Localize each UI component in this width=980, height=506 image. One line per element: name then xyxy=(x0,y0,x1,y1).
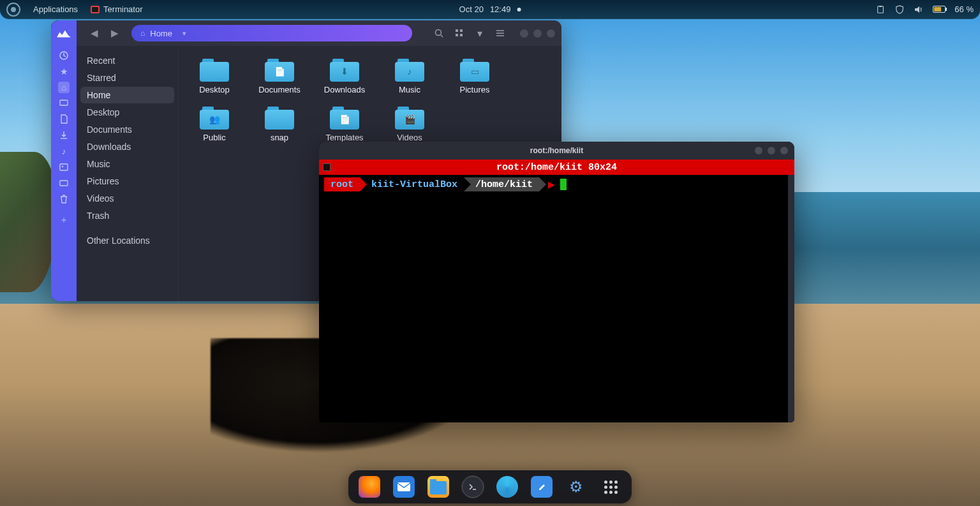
terminal-window: root:/home/kiit root:/home/kiit 80x24 ro… xyxy=(319,142,794,422)
terminal-minimize-button[interactable] xyxy=(755,147,762,154)
terminal-cursor xyxy=(560,179,567,190)
battery-icon[interactable] xyxy=(933,6,946,13)
svg-rect-0 xyxy=(878,6,884,13)
terminal-scrollbar[interactable] xyxy=(788,175,794,422)
clock-time[interactable]: 12:49 xyxy=(490,4,511,14)
minimize-button[interactable] xyxy=(520,29,528,38)
sidebar-item-desktop[interactable]: Desktop xyxy=(80,104,174,121)
folder-icon xyxy=(200,59,229,82)
recent-icon[interactable] xyxy=(58,50,70,61)
folder-item[interactable]: ♪Music xyxy=(379,56,440,98)
sidebar-item-starred[interactable]: Starred xyxy=(80,70,174,86)
forward-button[interactable]: ▶ xyxy=(106,24,124,42)
dock-item-files[interactable] xyxy=(427,476,449,498)
close-button[interactable] xyxy=(547,29,555,38)
svg-rect-1 xyxy=(879,5,882,6)
folder-icon: ♪ xyxy=(395,59,424,82)
dock-item-mail[interactable] xyxy=(393,476,415,498)
prompt-host: kiit-VirtualBox xyxy=(360,177,464,191)
folder-item[interactable]: 📄Documents xyxy=(249,56,310,98)
terminal-body[interactable]: root kiit-VirtualBox /home/kiit ▶ xyxy=(319,175,794,422)
dock-item-terminal[interactable] xyxy=(462,476,484,498)
dock-item-firefox[interactable] xyxy=(359,476,380,498)
notification-dot-icon xyxy=(517,8,521,11)
folder-icon: ⬇ xyxy=(330,59,359,82)
terminal-close-button[interactable] xyxy=(780,147,788,154)
taskbar-app-terminator[interactable]: Terminator xyxy=(91,4,142,14)
pictures-icon[interactable] xyxy=(58,161,70,173)
desktop-icon[interactable] xyxy=(58,98,70,109)
terminal-titlebar[interactable]: root:/home/kiit xyxy=(319,142,794,160)
hamburger-menu-icon[interactable] xyxy=(494,27,506,39)
downloads-icon[interactable] xyxy=(58,130,70,141)
sidebar-item-other-locations[interactable]: Other Locations xyxy=(80,232,174,249)
folder-item[interactable]: 📄Templates xyxy=(314,104,375,145)
folder-label: Downloads xyxy=(324,86,365,95)
dock-item-app-grid[interactable] xyxy=(600,476,621,498)
music-icon[interactable]: ♪ xyxy=(58,145,70,157)
svg-rect-14 xyxy=(60,164,68,170)
svg-point-2 xyxy=(436,30,442,36)
volume-icon[interactable] xyxy=(914,4,924,15)
svg-rect-12 xyxy=(60,100,68,105)
terminal-maximize-button[interactable] xyxy=(768,147,775,154)
sidebar-item-recent[interactable]: Recent xyxy=(80,52,174,69)
back-button[interactable]: ◀ xyxy=(85,24,103,42)
svg-rect-7 xyxy=(460,34,463,36)
svg-rect-6 xyxy=(456,34,458,36)
dock-item-text-editor[interactable] xyxy=(531,476,553,498)
dock-item-settings[interactable]: ⚙ xyxy=(565,476,587,498)
folder-item[interactable]: ⬇Downloads xyxy=(314,56,375,98)
clock-date[interactable]: Oct 20 xyxy=(459,4,484,14)
sidebar-item-videos[interactable]: Videos xyxy=(80,190,174,207)
add-location-icon[interactable]: ＋ xyxy=(58,214,70,226)
home-icon: ⌂ xyxy=(140,29,145,38)
folder-item[interactable]: 🎬Videos xyxy=(379,104,440,145)
folder-label: Documents xyxy=(258,86,301,95)
view-grid-icon[interactable] xyxy=(454,27,465,39)
sidebar-item-pictures[interactable]: Pictures xyxy=(80,173,174,190)
svg-point-15 xyxy=(62,166,63,167)
home-rail-icon[interactable]: ⌂ xyxy=(58,82,70,93)
search-icon[interactable] xyxy=(433,27,445,39)
path-bar[interactable]: ⌂ Home ▾ xyxy=(131,25,412,41)
clipboard-icon[interactable] xyxy=(875,4,886,15)
terminal-prompt: root kiit-VirtualBox /home/kiit ▶ xyxy=(324,177,789,191)
applications-menu[interactable]: Applications xyxy=(33,4,78,14)
sidebar-item-documents[interactable]: Documents xyxy=(80,121,174,138)
file-manager-logo[interactable] xyxy=(51,20,77,46)
shield-icon[interactable] xyxy=(895,4,905,15)
sidebar-item-trash[interactable]: Trash xyxy=(80,207,174,224)
battery-percent: 66 % xyxy=(954,4,974,14)
sidebar-item-music[interactable]: Music xyxy=(80,156,174,172)
documents-icon[interactable] xyxy=(58,114,70,125)
terminal-tab-label: root:/home/kiit 80x24 xyxy=(496,162,617,173)
folder-label: Pictures xyxy=(460,86,490,95)
folder-icon: 🎬 xyxy=(395,107,424,130)
star-icon[interactable]: ★ xyxy=(58,66,70,77)
dock: ⚙ xyxy=(348,470,632,503)
path-label: Home xyxy=(150,29,172,38)
folder-label: Music xyxy=(399,86,420,95)
file-manager-places: Recent Starred Home Desktop Documents Do… xyxy=(77,46,179,301)
svg-rect-17 xyxy=(397,482,410,491)
dock-item-blue-app[interactable] xyxy=(496,476,518,498)
folder-item[interactable]: snap xyxy=(249,104,310,145)
maximize-button[interactable] xyxy=(533,29,542,38)
trash-icon[interactable] xyxy=(58,193,70,205)
folder-label: Public xyxy=(203,133,225,143)
file-manager-icon-rail: ★ ⌂ ♪ ＋ xyxy=(51,46,77,301)
activities-icon[interactable] xyxy=(6,3,20,17)
view-dropdown-icon[interactable]: ▾ xyxy=(474,27,486,39)
folder-item[interactable]: 👥Public xyxy=(184,104,245,145)
terminal-tab-bar[interactable]: root:/home/kiit 80x24 xyxy=(319,160,794,175)
terminator-icon xyxy=(91,6,100,13)
sidebar-item-home[interactable]: Home xyxy=(80,87,174,103)
folder-item[interactable]: Desktop xyxy=(184,56,245,98)
svg-rect-16 xyxy=(60,181,68,186)
top-panel: Applications Terminator Oct 20 12:49 66 … xyxy=(0,0,980,19)
sidebar-item-downloads[interactable]: Downloads xyxy=(80,138,174,155)
terminal-title: root:/home/kiit xyxy=(530,146,583,155)
folder-item[interactable]: ▭Pictures xyxy=(444,56,505,98)
videos-icon[interactable] xyxy=(58,177,70,189)
